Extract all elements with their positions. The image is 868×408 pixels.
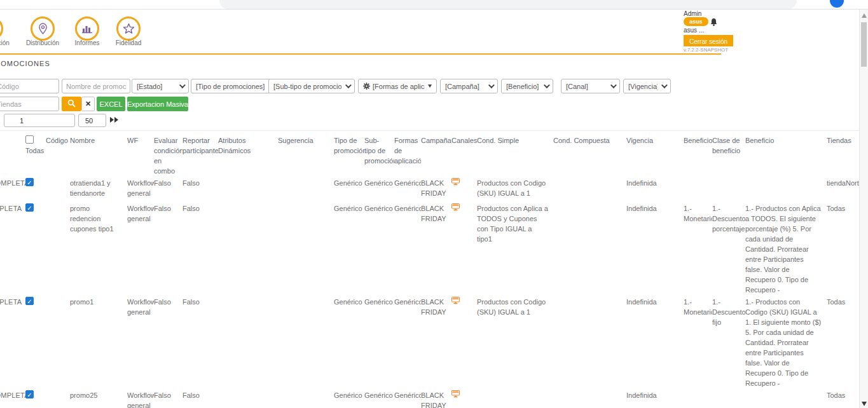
cell-subtipo: Genérico: [364, 201, 394, 295]
cell-clase_beneficio: [712, 388, 745, 408]
cell-sugerencia: [278, 176, 334, 201]
cell-tipo: Genérico: [334, 295, 364, 388]
cell-tipo: Genérico: [334, 176, 364, 201]
cell-vigencia: Indefinida: [626, 295, 684, 388]
canal-select[interactable]: [Canal]: [561, 79, 620, 93]
cell-beneficio_detalle: 1.- Productos con Codigo (SKU) IGUAL a 1…: [745, 295, 827, 388]
cell-cond_compuesta: [553, 201, 626, 295]
cell-clase_beneficio: 1.- Descuento porcentaje: [712, 201, 745, 295]
table-row: COMPLETA✓promo1Workflow generalFalsoFals…: [0, 295, 868, 388]
codigo-input[interactable]: [0, 79, 59, 93]
nombre-promocion-input[interactable]: [62, 79, 130, 93]
col-header-canales: Canales: [451, 133, 477, 176]
scroll-up-icon[interactable]: [862, 13, 867, 18]
cell-checkbox: ✓: [25, 388, 46, 408]
browser-address-bar[interactable]: [219, 0, 797, 9]
col-header-codigo: Código: [46, 133, 70, 176]
cell-cond_compuesta: [553, 295, 626, 388]
formas-aplicacion-select[interactable]: [Formas de aplicación]: [358, 79, 437, 93]
chevron-down-icon: [488, 82, 495, 88]
cell-atributos: [218, 388, 278, 408]
col-header-vigencia: Vigencia: [626, 133, 684, 176]
promotions-table: TodasCódigoNombreWFEvaluar condición en …: [0, 133, 868, 408]
col-header-atributos: Atributos Dinámicos: [218, 133, 278, 176]
menu-label-fidelidad[interactable]: Fidelidad: [103, 39, 154, 46]
export-masiva-button[interactable]: Exportacion Masiva: [127, 97, 188, 111]
menu-underline: [0, 53, 721, 55]
menu-item-promocion[interactable]: [0, 17, 3, 41]
col-header-sugerencia: Sugerencia: [278, 133, 334, 176]
monitor-icon: [451, 205, 460, 212]
map-pin-icon: [31, 17, 55, 41]
bell-icon[interactable]: [710, 18, 717, 29]
excel-button[interactable]: EXCEL: [97, 97, 125, 111]
cell-canales: [451, 388, 477, 408]
content-divider: [0, 130, 868, 131]
col-header-tipo: Tipo de promoción: [334, 133, 364, 176]
vigencia-select[interactable]: [Vigencia]: [623, 79, 671, 93]
cell-tipo: Genérico: [334, 201, 364, 295]
cell-formas: Genérico: [394, 201, 421, 295]
row-checkbox[interactable]: ✓: [25, 178, 34, 186]
menu-item-fidelidad[interactable]: [116, 17, 141, 41]
cell-cond_compuesta: [553, 388, 626, 408]
fast-forward-icon: [109, 116, 119, 125]
cell-checkbox: ✓: [25, 176, 46, 201]
menu-item-informes[interactable]: [75, 17, 99, 41]
next-page-button[interactable]: [109, 116, 119, 125]
page-size-input[interactable]: [78, 114, 106, 127]
cell-codigo: [46, 201, 70, 295]
col-header-cond_compuesta: Cond. Compuesta: [553, 133, 626, 176]
cell-nombre: promo redencion cupones tipo1: [70, 201, 127, 295]
page-number-input[interactable]: [4, 114, 75, 127]
scroll-down-icon[interactable]: [862, 402, 867, 406]
scrollbar-thumb[interactable]: [861, 22, 867, 67]
col-header-beneficio_detalle: Beneficio: [745, 133, 827, 176]
cell-codigo: [46, 176, 70, 201]
tipo-promociones-select[interactable]: [Tipo de promociones]: [191, 79, 280, 93]
tiendas-input[interactable]: [0, 97, 59, 111]
close-icon: ✕: [85, 100, 91, 107]
user-name-label: asus ...: [684, 27, 704, 34]
cell-sugerencia: [278, 201, 334, 295]
clear-filters-button[interactable]: ✕: [81, 97, 95, 111]
cell-estado: COMPLETA: [0, 295, 25, 388]
cell-nombre: otratienda1 y tiendanorte: [70, 176, 127, 201]
cell-canales: [451, 295, 477, 388]
col-header-nombre: Nombre: [70, 133, 127, 176]
app-root: Promoción Distribución Informes Fidelida…: [0, 0, 868, 408]
col-header-reportar: Reportar participantes: [183, 133, 218, 176]
vertical-scrollbar[interactable]: [859, 10, 868, 408]
cell-campana: BLACK FRIDAY: [421, 201, 451, 295]
estado-select[interactable]: [Estado]: [132, 79, 189, 93]
col-header-formas: Formas de aplicación: [394, 133, 421, 176]
col-header-subtipo: Sub-tipo de promoción: [364, 133, 394, 176]
campana-select[interactable]: [Campaña]: [440, 79, 498, 93]
row-checkbox[interactable]: ✓: [25, 203, 34, 212]
menu-label-distribucion[interactable]: Distribución: [17, 39, 68, 46]
menu-item-distribucion[interactable]: [31, 17, 55, 41]
cell-nombre: promo1: [70, 295, 127, 388]
cell-wf: Workflow general: [127, 176, 154, 201]
table-header-row: TodasCódigoNombreWFEvaluar condición en …: [0, 133, 868, 176]
select-all-checkbox[interactable]: [25, 135, 34, 144]
col-header-estado: [0, 133, 25, 176]
cell-vigencia: Indefinida: [626, 201, 684, 295]
cell-subtipo: Genérico: [364, 388, 394, 408]
col-header-campana: Campaña: [421, 133, 451, 176]
row-checkbox[interactable]: ✓: [25, 390, 34, 398]
search-button[interactable]: [62, 97, 81, 111]
subtipo-promociones-select[interactable]: [Sub-tipo de promociones]: [268, 79, 355, 93]
browser-profile-avatar[interactable]: [830, 0, 844, 8]
star-icon: [116, 17, 141, 41]
cell-evaluar: Falso: [154, 388, 183, 408]
cell-campana: BLACK FRIDAY: [421, 295, 451, 388]
monitor-icon: [451, 179, 460, 187]
row-checkbox[interactable]: ✓: [25, 297, 34, 305]
page-title: PROMOCIONES: [0, 60, 50, 67]
table-row: INCOMPLETA✓promo25Workflow generalFalsoF…: [0, 388, 868, 408]
beneficio-select[interactable]: [Beneficio]: [501, 79, 553, 93]
cell-evaluar: Falso: [154, 201, 183, 295]
select-all-label: Todas: [25, 146, 41, 156]
logout-button[interactable]: Cerrar sesión: [684, 35, 733, 46]
